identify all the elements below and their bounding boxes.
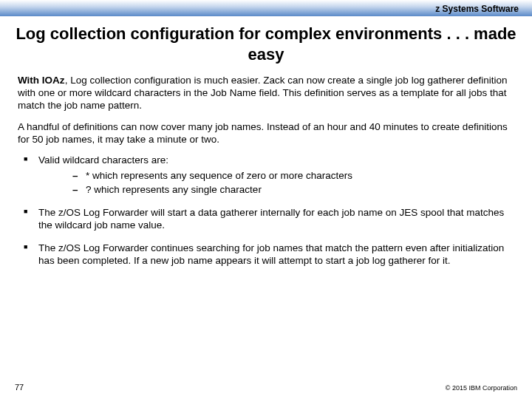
bullet-list: Valid wildcard characters are: * which r… [18, 154, 514, 267]
copyright: © 2015 IBM Corporation [446, 384, 517, 392]
page-number: 77 [15, 383, 24, 392]
bullet-3: The z/OS Log Forwarder continues searchi… [24, 242, 514, 267]
bullet-1-sub-2: ? which represents any single character [72, 184, 514, 197]
bullet-1-sub-1: * which represents any sequence of zero … [72, 170, 514, 183]
paragraph-1: With IOAz, Log collection configuration … [18, 75, 514, 112]
footer: 77 © 2015 IBM Corporation [0, 383, 532, 392]
bullet-1: Valid wildcard characters are: * which r… [24, 154, 514, 197]
paragraph-1-lead: With IOAz [18, 75, 65, 86]
bullet-1-sublist: * which represents any sequence of zero … [38, 170, 514, 197]
bullet-2: The z/OS Log Forwarder will start a data… [24, 207, 514, 232]
brand-text: z Systems Software [435, 4, 519, 14]
paragraph-1-rest: , Log collection configuration is much e… [18, 75, 507, 111]
bullet-1-text: Valid wildcard characters are: [38, 154, 168, 166]
slide-content: With IOAz, Log collection configuration … [0, 75, 532, 267]
header-bar: z Systems Software [0, 0, 532, 16]
paragraph-2: A handful of definitions can now cover m… [18, 121, 514, 146]
slide-title: Log collection configuration for complex… [0, 24, 532, 64]
